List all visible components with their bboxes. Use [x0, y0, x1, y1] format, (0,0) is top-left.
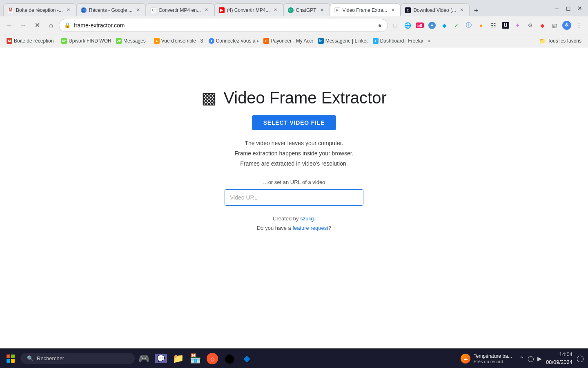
credits-end: ? — [328, 225, 331, 231]
clock-date: 08/09/2024 — [546, 359, 572, 366]
profile-icon[interactable]: ☘ — [561, 20, 572, 31]
tab-convertir-mp4[interactable]: C Convertir MP4 en... ✕ — [146, 3, 214, 16]
lock-icon: 🔒 — [64, 22, 71, 28]
tab-bar: M Boîte de réception -... ✕ G Récents - … — [3, 0, 549, 16]
tab-favicon-download-video: D — [405, 7, 411, 13]
bookmark-payoneer[interactable]: P Payoneer - My Acco... — [260, 37, 313, 45]
taskbar-app-edge[interactable]: ◆ — [239, 351, 254, 366]
bookmark-messages[interactable]: UP Messages — [113, 37, 149, 45]
screen-capture-icon[interactable]: □ — [390, 20, 401, 31]
title-bar: M Boîte de réception -... ✕ G Récents - … — [0, 0, 588, 16]
maximize-button[interactable]: ◻ — [564, 3, 573, 13]
main-content: ▩ Video Frame Extractor SELECT VIDEO FIL… — [0, 88, 588, 233]
taskbar-right: ☁ Température ba... Près du record ⌃ ◯ ▶… — [457, 351, 585, 366]
video-url-input[interactable] — [225, 189, 363, 206]
bookmark-linkedin[interactable]: in Messagerie | LinkedIn — [315, 37, 368, 45]
bookmarks-folder[interactable]: 📁 Tous les favoris — [536, 37, 585, 45]
bookmarks-more[interactable]: » — [425, 37, 433, 45]
tab-close-google[interactable]: ✕ — [135, 7, 141, 13]
tab-close-gmail[interactable]: ✕ — [65, 7, 72, 13]
home-button[interactable]: ⌂ — [45, 19, 57, 31]
minimize-button[interactable]: – — [552, 3, 562, 13]
start-button[interactable] — [3, 351, 18, 366]
extension-circle-icon[interactable]: ● — [426, 20, 438, 31]
address-text: frame-extractor.com — [74, 22, 374, 29]
tab-gmail[interactable]: M Boîte de réception -... ✕ — [3, 3, 76, 16]
reload-button[interactable]: ✕ — [31, 19, 43, 31]
tab-chatgpt[interactable]: C ChatGPT ✕ — [283, 3, 330, 16]
taskbar-app-store[interactable]: 🏪 — [188, 351, 203, 366]
feature-request-link[interactable]: feature request — [292, 225, 328, 231]
bookmark-vue[interactable]: ▲ Vue d'ensemble - 3... — [151, 37, 204, 45]
extension-bell-icon[interactable]: ● — [475, 20, 487, 31]
extension-feather-icon[interactable]: ✦ — [512, 20, 523, 31]
star-icon[interactable]: ★ — [377, 22, 383, 29]
forward-button[interactable]: → — [17, 19, 29, 31]
info-line-3: Frames are extracted in video's resoluti… — [234, 159, 353, 169]
tab-label-gmail: Boîte de réception -... — [16, 7, 63, 13]
page-title: Video Frame Extractor — [223, 89, 386, 107]
page-title-row: ▩ Video Frame Extractor — [201, 88, 386, 107]
credits: Created by szulig. Do you have a feature… — [257, 214, 331, 233]
credits-text: Created by — [273, 215, 300, 222]
tab-close-youtube-mp4[interactable]: ✕ — [272, 7, 279, 13]
tab-label-download-video: Download Video (... — [413, 7, 456, 13]
tab-download-video[interactable]: D Download Video (... ✕ — [401, 3, 470, 16]
taskbar-app-chat[interactable]: 💬 — [154, 351, 168, 366]
nav-bar: ← → ✕ ⌂ 🔒 frame-extractor.com ★ □ 🌐 50 ●… — [0, 16, 588, 34]
credits-author-link[interactable]: szulig — [300, 215, 314, 222]
taskbar-app-brave[interactable]: ◇ — [205, 351, 220, 366]
film-icon: ▩ — [201, 88, 217, 107]
tab-video-frame[interactable]: F Video Frame Extra... ✕ — [330, 3, 401, 16]
tab-favicon-google: G — [81, 7, 87, 13]
new-tab-button[interactable]: + — [470, 5, 482, 16]
nav-icons-right: □ 🌐 50 ● ◆ ✓ ⓘ ● ☷ U — [390, 20, 585, 31]
credits-period: . — [314, 215, 315, 222]
settings-icon[interactable]: ⚙ — [524, 20, 536, 31]
taskbar-app-explorer[interactable]: 📁 — [171, 351, 185, 366]
extension-ms-icon[interactable]: ◆ — [439, 20, 450, 31]
notifications-icon[interactable]: ◯ — [576, 354, 585, 363]
info-text: The video never leaves your computer. Fr… — [234, 138, 353, 169]
back-button[interactable]: ← — [3, 19, 16, 31]
menu-icon[interactable]: ⋮ — [573, 20, 585, 31]
extension-50-icon[interactable]: 50 — [414, 20, 425, 31]
extension-u-icon[interactable]: U — [500, 20, 511, 31]
tray-arrow-icon[interactable]: ⌃ — [519, 355, 525, 363]
taskbar-app-chrome[interactable]: ⬤ — [222, 351, 237, 366]
extensions-icon[interactable]: ▧ — [549, 20, 560, 31]
windows-icon — [7, 355, 15, 363]
page-content: ▩ Video Frame Extractor SELECT VIDEO FIL… — [0, 47, 588, 348]
weather-notification[interactable]: ☁ Température ba... Près du record — [457, 352, 515, 366]
bookmark-dashboard[interactable]: Y Dashboard | Freelan... — [370, 37, 423, 45]
tab-google[interactable]: G Récents - Google ... ✕ — [76, 3, 146, 16]
weather-icon: ☁ — [461, 354, 470, 364]
tab-close-convertir-mp4[interactable]: ✕ — [203, 7, 210, 13]
close-button[interactable]: ✕ — [575, 3, 585, 13]
vivaldi-icon[interactable]: ◆ — [537, 20, 548, 31]
tab-favicon-convertir-mp4: C — [150, 7, 156, 13]
tab-label-youtube-mp4: (4) Convertir MP4... — [227, 7, 270, 13]
taskbar-search[interactable]: 🔍 Rechercher — [20, 353, 135, 364]
tray-speaker-icon[interactable]: ▶ — [537, 355, 543, 363]
bookmark-upwork[interactable]: UP Upwork FIND WORK — [58, 37, 111, 45]
search-icon: 🔍 — [27, 355, 33, 361]
tray-battery-icon[interactable]: ◯ — [527, 355, 535, 363]
taskbar-app-game[interactable]: 🎮 — [136, 351, 151, 366]
extension-list-icon[interactable]: ☷ — [488, 20, 499, 31]
extension-info-icon[interactable]: ⓘ — [463, 20, 474, 31]
tab-favicon-youtube-mp4: ▶ — [219, 7, 225, 13]
bookmark-gmail[interactable]: M Boîte de réception -... — [3, 37, 56, 45]
tab-close-video-frame[interactable]: ✕ — [390, 7, 396, 13]
tab-youtube-mp4[interactable]: ▶ (4) Convertir MP4... ✕ — [214, 3, 283, 16]
system-clock[interactable]: 14:04 08/09/2024 — [546, 351, 572, 366]
bookmark-connectez[interactable]: ● Connectez-vous à v... — [205, 37, 258, 45]
extension-green-icon[interactable]: ✓ — [451, 20, 462, 31]
tab-close-download-video[interactable]: ✕ — [459, 7, 465, 13]
select-video-button[interactable]: SELECT VIDEO FILE — [252, 115, 336, 130]
taskbar-left: 🔍 Rechercher — [3, 351, 135, 366]
notification-subtitle: Près du record — [474, 359, 512, 364]
translate-icon[interactable]: 🌐 — [402, 20, 413, 31]
address-bar[interactable]: 🔒 frame-extractor.com ★ — [59, 19, 388, 32]
tab-close-chatgpt[interactable]: ✕ — [319, 7, 325, 13]
